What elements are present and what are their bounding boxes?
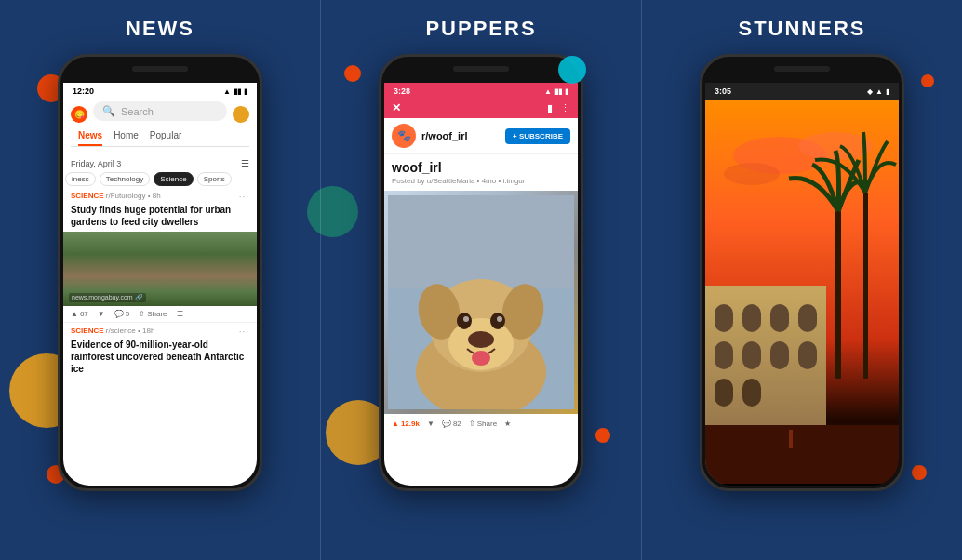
- puppers-title: PUPPERS: [425, 17, 536, 41]
- svg-rect-21: [770, 304, 789, 332]
- filter-icon[interactable]: ☰: [241, 158, 249, 168]
- battery3-icon: ▮: [886, 87, 889, 96]
- article1-title: Study finds huge potential for urban gar…: [63, 202, 257, 232]
- svg-point-17: [724, 163, 780, 185]
- news-search-bar[interactable]: 🔍 Search: [93, 101, 227, 121]
- more-options-icon[interactable]: ···: [239, 192, 249, 202]
- wifi-icon: ▲: [223, 87, 231, 96]
- svg-point-11: [463, 316, 469, 322]
- search-icon: 🔍: [102, 105, 115, 117]
- svg-rect-25: [770, 341, 789, 369]
- svg-point-13: [472, 351, 490, 366]
- puppers-phone-screen: 3:28 ▲ ▮▮ ▮ ✕ ▮ ⋮ 🐾: [384, 83, 578, 486]
- puppers-comment[interactable]: 💬 82: [442, 420, 461, 428]
- filter-chips: iness Technology Science Sports: [63, 172, 257, 190]
- stunners-title: STUNNERS: [738, 17, 865, 41]
- battery-icon: ▮: [244, 87, 247, 96]
- svg-rect-30: [705, 425, 899, 484]
- chip-sports[interactable]: Sports: [197, 172, 232, 186]
- svg-rect-22: [798, 304, 817, 332]
- stunners-sunset-image: [705, 100, 899, 484]
- chip-science[interactable]: Science: [154, 172, 193, 186]
- more-options2-icon[interactable]: ···: [239, 327, 249, 337]
- article2-subreddit: r/science • 18h: [106, 327, 155, 335]
- article2-category: SCIENCE r/science • 18h ···: [63, 323, 257, 337]
- downvote3-icon: ▼: [427, 420, 434, 428]
- tab-news[interactable]: News: [78, 130, 102, 146]
- downvote-icon: ▼: [98, 310, 105, 318]
- upvote-action[interactable]: ▲ 67: [71, 310, 88, 318]
- article1-image: news.mongabay.com 🔗: [63, 232, 257, 306]
- sunset-svg: [705, 100, 899, 484]
- save3-icon: ★: [504, 420, 511, 428]
- news-status-bar: 12:20 ▲ ▮▮ ▮: [63, 83, 257, 98]
- share-action[interactable]: ⇧ Share: [139, 310, 167, 318]
- news-title: NEWS: [126, 17, 194, 41]
- vote-count: 67: [80, 310, 88, 318]
- puppers-sub-header: 🐾 r/woof_irl + SUBSCRIBE: [384, 118, 578, 154]
- more-icon[interactable]: ⋮: [560, 102, 570, 114]
- subreddit-name[interactable]: r/woof_irl: [421, 130, 468, 141]
- puppers-upvote[interactable]: ▲ 12.9k: [392, 420, 420, 428]
- puppers-votes: 12.9k: [401, 420, 420, 428]
- close-icon[interactable]: ✕: [392, 101, 401, 114]
- svg-rect-26: [798, 341, 817, 369]
- news-status-icons: ▲ ▮▮ ▮: [223, 87, 247, 96]
- share3-icon: ⇧: [469, 420, 475, 428]
- svg-point-8: [468, 331, 494, 348]
- user-avatar[interactable]: [233, 106, 249, 123]
- svg-rect-31: [835, 211, 841, 379]
- stunners-panel: STUNNERS 3:05 ◆ ▲ ▮: [642, 0, 962, 560]
- puppers-share[interactable]: ⇧ Share: [469, 420, 497, 428]
- puppers-save[interactable]: ★: [504, 420, 511, 428]
- svg-rect-20: [742, 304, 761, 332]
- comment3-icon: 💬: [442, 420, 451, 428]
- save-icon: ☰: [177, 310, 183, 318]
- svg-rect-27: [715, 379, 733, 407]
- wifi3-icon: ▲: [875, 87, 883, 96]
- share-label: Share: [147, 310, 167, 318]
- chip-business[interactable]: iness: [65, 172, 96, 186]
- puppers-share-label: Share: [477, 420, 497, 428]
- article2-title: Evidence of 90-million-year-old rainfore…: [63, 337, 257, 377]
- subreddit-icon: 🐾: [392, 124, 416, 148]
- subscribe-button[interactable]: + SUBSCRIBE: [505, 128, 570, 144]
- svg-rect-24: [742, 341, 761, 369]
- dog-svg: [388, 195, 574, 409]
- puppers-downvote[interactable]: ▼: [427, 420, 434, 428]
- svg-rect-23: [715, 341, 733, 369]
- stunners-status-bar: 3:05 ◆ ▲ ▮: [705, 83, 899, 100]
- svg-rect-32: [863, 193, 868, 379]
- article1-category: SCIENCE r/Futurology • 8h ···: [63, 190, 257, 202]
- chip-technology[interactable]: Technology: [100, 172, 150, 186]
- comment-icon: 💬: [114, 310, 124, 318]
- stunners-time: 3:05: [715, 87, 731, 96]
- puppers-actions: ▲ 12.9k ▼ 💬 82 ⇧ Share ★: [384, 414, 578, 433]
- puppers-phone-frame: 3:28 ▲ ▮▮ ▮ ✕ ▮ ⋮ 🐾: [379, 54, 583, 491]
- news-tabs: News Home Popular: [71, 130, 249, 147]
- article1-subreddit: r/Futurology • 8h: [106, 192, 161, 200]
- signal-icon: ▮▮: [234, 87, 241, 96]
- share-icon: ⇧: [139, 310, 145, 318]
- upvote-icon: ▲: [71, 310, 78, 318]
- bookmark-icon[interactable]: ▮: [547, 102, 553, 114]
- comment-action[interactable]: 💬 5: [114, 310, 129, 318]
- svg-rect-19: [715, 304, 733, 332]
- news-time: 12:20: [73, 87, 94, 96]
- stunners-status-icons: ◆ ▲ ▮: [867, 87, 889, 96]
- news-phone-frame: 12:20 ▲ ▮▮ ▮ 😋 🔍 Search: [58, 54, 262, 491]
- stunners-phone-screen: 3:05 ◆ ▲ ▮: [705, 83, 899, 486]
- downvote-action[interactable]: ▼: [98, 310, 105, 318]
- news-header: 😋 🔍 Search News Home Popular: [63, 98, 257, 154]
- save-action[interactable]: ☰: [177, 310, 183, 318]
- news-snoo-icon: 😋: [71, 106, 87, 123]
- tab-home[interactable]: Home: [114, 130, 139, 146]
- puppers-post-title: woof_irl: [384, 154, 578, 177]
- svg-rect-1: [388, 195, 574, 288]
- puppers-status-icons: ▲ ▮▮ ▮: [544, 87, 568, 96]
- puppers-post-meta: Posted by u/SeattleMaria • 4mo • i.imgur: [384, 177, 578, 191]
- tab-popular[interactable]: Popular: [150, 130, 181, 146]
- svg-point-12: [497, 316, 502, 322]
- puppers-status-bar: 3:28 ▲ ▮▮ ▮: [384, 83, 578, 98]
- wifi2-icon: ▲: [544, 87, 552, 96]
